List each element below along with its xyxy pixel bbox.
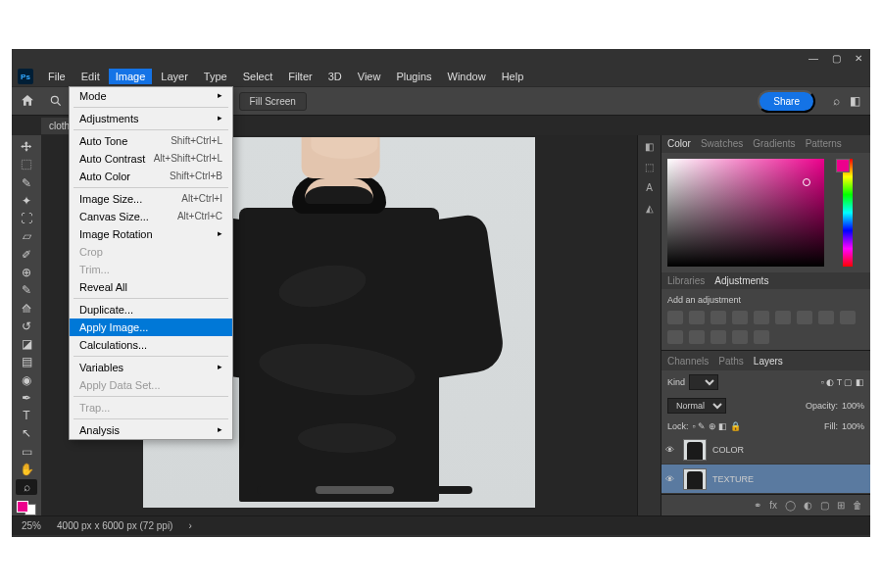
posterize-icon[interactable] bbox=[710, 330, 726, 344]
tab-paths[interactable]: Paths bbox=[718, 356, 744, 367]
menu-view[interactable]: View bbox=[351, 69, 388, 84]
menu-auto-tone[interactable]: Auto ToneShift+Ctrl+L bbox=[70, 132, 232, 150]
menu-image-size[interactable]: Image Size...Alt+Ctrl+I bbox=[70, 190, 232, 208]
panel-icon[interactable]: ⬚ bbox=[645, 162, 654, 172]
horizontal-scrollbar[interactable] bbox=[257, 486, 472, 494]
eyedropper-tool-icon[interactable]: ✐ bbox=[16, 247, 37, 263]
crop-tool-icon[interactable]: ⛶ bbox=[16, 211, 37, 226]
menu-reveal-all[interactable]: Reveal All bbox=[70, 278, 232, 296]
menu-adjustments[interactable]: Adjustments bbox=[70, 110, 232, 127]
chevron-right-icon[interactable]: › bbox=[188, 520, 191, 531]
layer-thumbnail[interactable] bbox=[683, 439, 707, 461]
tab-swatches[interactable]: Swatches bbox=[701, 138, 743, 149]
tab-layers[interactable]: Layers bbox=[754, 356, 783, 367]
color-swatches[interactable] bbox=[17, 501, 36, 515]
menu-select[interactable]: Select bbox=[236, 69, 280, 84]
brightness-icon[interactable] bbox=[667, 311, 683, 324]
photo-filter-icon[interactable] bbox=[818, 311, 834, 324]
invert-icon[interactable] bbox=[689, 330, 705, 344]
mask-icon[interactable]: ◯ bbox=[785, 500, 796, 511]
menu-variables[interactable]: Variables bbox=[70, 359, 232, 376]
kind-filter[interactable] bbox=[689, 374, 718, 390]
wand-tool-icon[interactable]: ✦ bbox=[16, 193, 37, 209]
color-picker[interactable] bbox=[662, 153, 870, 272]
close-icon[interactable]: ✕ bbox=[855, 53, 862, 64]
home-icon[interactable] bbox=[20, 93, 35, 109]
menu-type[interactable]: Type bbox=[197, 69, 234, 84]
vibrance-icon[interactable] bbox=[754, 311, 769, 324]
menu-canvas-size[interactable]: Canvas Size...Alt+Ctrl+C bbox=[70, 208, 232, 225]
minimize-icon[interactable]: — bbox=[808, 53, 818, 64]
layer-name[interactable]: COLOR bbox=[712, 445, 744, 455]
menu-3d[interactable]: 3D bbox=[321, 69, 349, 84]
hue-icon[interactable] bbox=[775, 311, 791, 324]
history-tool-icon[interactable]: ↺ bbox=[16, 318, 37, 334]
eraser-tool-icon[interactable]: ◪ bbox=[16, 336, 37, 352]
blend-mode-select[interactable]: Normal bbox=[667, 398, 726, 414]
menu-file[interactable]: File bbox=[41, 69, 73, 84]
search-icon[interactable]: ⌕ bbox=[833, 94, 840, 108]
menu-filter[interactable]: Filter bbox=[281, 69, 318, 84]
layer-name[interactable]: TEXTURE bbox=[712, 474, 754, 484]
panel-icon[interactable]: ◭ bbox=[646, 203, 654, 214]
fill-screen-button[interactable]: Fill Screen bbox=[239, 92, 307, 111]
blur-tool-icon[interactable]: ◉ bbox=[16, 371, 37, 387]
fg-color-swatch[interactable] bbox=[17, 501, 28, 513]
tab-patterns[interactable]: Patterns bbox=[806, 138, 842, 149]
link-icon[interactable]: ⚭ bbox=[754, 500, 761, 511]
menu-plugins[interactable]: Plugins bbox=[389, 69, 438, 84]
levels-icon[interactable] bbox=[689, 311, 705, 324]
visibility-icon[interactable]: 👁 bbox=[665, 445, 677, 455]
zoom-tool-icon[interactable] bbox=[49, 94, 63, 108]
zoom-level[interactable]: 25% bbox=[22, 520, 41, 531]
menu-duplicate[interactable]: Duplicate... bbox=[70, 301, 232, 318]
maximize-icon[interactable]: ▢ bbox=[832, 53, 841, 64]
menu-layer[interactable]: Layer bbox=[154, 69, 195, 84]
lookup-icon[interactable] bbox=[667, 330, 683, 344]
fx-icon[interactable]: fx bbox=[769, 500, 777, 511]
lasso-tool-icon[interactable]: ✎ bbox=[16, 175, 37, 191]
adjustment-icon[interactable]: ◐ bbox=[804, 500, 812, 511]
layer-thumbnail[interactable] bbox=[683, 468, 707, 490]
menu-mode[interactable]: Mode bbox=[70, 87, 232, 105]
panel-icon[interactable]: ◧ bbox=[645, 141, 654, 152]
saturation-field[interactable] bbox=[667, 159, 824, 267]
exposure-icon[interactable] bbox=[732, 311, 748, 324]
fill-value[interactable]: 100% bbox=[842, 421, 864, 431]
tab-channels[interactable]: Channels bbox=[667, 356, 709, 367]
tab-libraries[interactable]: Libraries bbox=[667, 275, 705, 286]
path-tool-icon[interactable]: ↖ bbox=[16, 425, 37, 441]
app-logo[interactable]: Ps bbox=[18, 69, 33, 84]
channel-mixer-icon[interactable] bbox=[840, 311, 856, 324]
visibility-icon[interactable]: 👁 bbox=[665, 474, 677, 484]
menu-calculations[interactable]: Calculations... bbox=[70, 336, 232, 354]
menu-edit[interactable]: Edit bbox=[74, 69, 107, 84]
opacity-value[interactable]: 100% bbox=[842, 401, 864, 411]
delete-icon[interactable]: 🗑 bbox=[853, 500, 862, 511]
threshold-icon[interactable] bbox=[732, 330, 748, 344]
gradient-tool-icon[interactable]: ▤ bbox=[16, 354, 37, 369]
menu-image-rotation[interactable]: Image Rotation bbox=[70, 225, 232, 243]
layer-row[interactable]: 👁 TEXTURE bbox=[662, 465, 870, 494]
workspace-icon[interactable]: ◧ bbox=[850, 94, 860, 108]
marquee-tool-icon[interactable] bbox=[16, 157, 37, 172]
new-layer-icon[interactable]: ⊞ bbox=[837, 500, 845, 511]
tab-color[interactable]: Color bbox=[667, 138, 691, 149]
frame-tool-icon[interactable]: ▱ bbox=[16, 228, 37, 244]
bw-icon[interactable] bbox=[797, 311, 812, 324]
heal-tool-icon[interactable]: ⊕ bbox=[16, 265, 37, 280]
gradient-map-icon[interactable] bbox=[754, 330, 769, 344]
menu-window[interactable]: Window bbox=[441, 69, 493, 84]
stamp-tool-icon[interactable]: ⟰ bbox=[16, 300, 37, 316]
share-button[interactable]: Share bbox=[758, 90, 815, 113]
layer-row[interactable]: 👁 COLOR bbox=[662, 435, 870, 465]
zoom-tool-icon[interactable]: ⌕ bbox=[16, 479, 37, 495]
move-tool-icon[interactable] bbox=[16, 139, 37, 155]
menu-image[interactable]: Image bbox=[109, 69, 153, 84]
shape-tool-icon[interactable]: ▭ bbox=[16, 444, 37, 460]
menu-auto-color[interactable]: Auto ColorShift+Ctrl+B bbox=[70, 168, 232, 185]
type-tool-icon[interactable]: T bbox=[16, 408, 37, 423]
tab-gradients[interactable]: Gradients bbox=[753, 138, 795, 149]
menu-help[interactable]: Help bbox=[495, 69, 531, 84]
hand-tool-icon[interactable]: ✋ bbox=[16, 462, 37, 477]
